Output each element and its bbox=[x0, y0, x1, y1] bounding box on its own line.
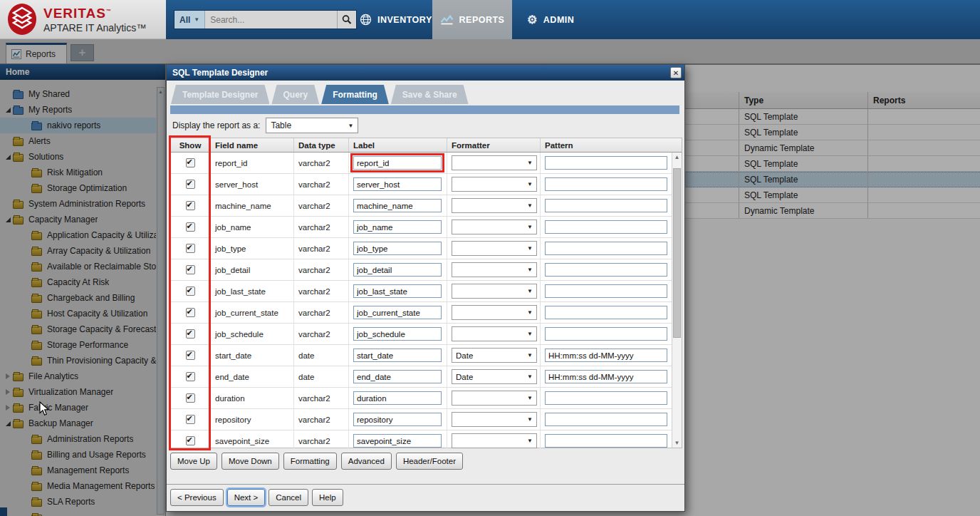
pattern-input[interactable] bbox=[545, 220, 667, 234]
formatter-select[interactable]: ▼ bbox=[452, 198, 537, 213]
collapse-toggle-icon[interactable] bbox=[3, 155, 13, 160]
collapse-toggle-icon[interactable] bbox=[3, 421, 13, 426]
tab-formatting[interactable]: Formatting bbox=[321, 85, 389, 104]
show-checkbox[interactable] bbox=[186, 372, 195, 381]
collapse-toggle-icon[interactable] bbox=[3, 217, 13, 222]
previous-button[interactable]: < Previous bbox=[170, 489, 224, 506]
expand-toggle-icon[interactable] bbox=[3, 373, 13, 379]
pattern-input[interactable] bbox=[545, 284, 667, 298]
sidebar-item[interactable]: Management Reports bbox=[0, 463, 156, 478]
sidebar-item[interactable]: Risk Mitigation bbox=[0, 165, 156, 180]
sidebar-item[interactable]: My Reports bbox=[0, 102, 156, 118]
label-input[interactable] bbox=[353, 242, 442, 255]
nav-item-inventory[interactable]: INVENTORY bbox=[360, 0, 432, 39]
formatter-select[interactable]: ▼ bbox=[452, 433, 537, 448]
show-checkbox[interactable] bbox=[186, 415, 195, 424]
sidebar-item[interactable]: File Analytics bbox=[0, 368, 156, 384]
label-input[interactable] bbox=[353, 156, 442, 170]
show-checkbox[interactable] bbox=[186, 201, 195, 210]
formatter-select[interactable]: ▼ bbox=[452, 326, 537, 341]
formatter-select[interactable]: ▼ bbox=[452, 155, 537, 170]
sidebar-item[interactable]: Solutions bbox=[0, 149, 156, 165]
show-checkbox[interactable] bbox=[186, 158, 195, 167]
formatting-button[interactable]: Formatting bbox=[283, 453, 337, 470]
pattern-input[interactable] bbox=[545, 413, 667, 426]
label-input[interactable] bbox=[353, 263, 442, 277]
formatter-select[interactable]: Date▼ bbox=[452, 348, 537, 363]
nav-item-admin[interactable]: ⚙ ADMIN bbox=[527, 0, 574, 39]
label-input[interactable] bbox=[353, 349, 442, 362]
show-checkbox[interactable] bbox=[186, 351, 195, 360]
show-checkbox[interactable] bbox=[186, 222, 195, 232]
pattern-input[interactable] bbox=[545, 156, 667, 170]
sidebar-item[interactable]: Administration Reports bbox=[0, 431, 156, 447]
close-button[interactable]: ✕ bbox=[670, 67, 682, 78]
label-input[interactable] bbox=[353, 177, 442, 191]
tab-reports[interactable]: Reports bbox=[6, 43, 67, 63]
pattern-input[interactable] bbox=[545, 391, 667, 405]
nav-item-reports[interactable]: REPORTS bbox=[432, 0, 512, 39]
sidebar-item[interactable]: SLA Reports bbox=[0, 494, 156, 510]
next-button[interactable]: Next > bbox=[227, 489, 266, 506]
formatter-select[interactable]: ▼ bbox=[452, 262, 537, 277]
move-up-button[interactable]: Move Up bbox=[170, 453, 217, 470]
sidebar-item[interactable]: Application Capacity & Utilization bbox=[0, 227, 156, 243]
sidebar-item[interactable]: Virtualization Manager bbox=[0, 384, 156, 400]
header-footer-button[interactable]: Header/Footer bbox=[396, 453, 463, 470]
label-input[interactable] bbox=[353, 370, 442, 383]
formatter-select[interactable]: ▼ bbox=[452, 391, 537, 406]
formatter-select[interactable]: ▼ bbox=[452, 220, 537, 234]
help-button[interactable]: Help bbox=[312, 489, 343, 506]
show-checkbox[interactable] bbox=[186, 393, 195, 403]
sidebar-item[interactable]: Storage Performance bbox=[0, 337, 156, 353]
pattern-input[interactable] bbox=[545, 177, 667, 191]
sidebar-item[interactable]: Storage Capacity & Forecast bbox=[0, 321, 156, 337]
grid-scrollbar[interactable]: ▲ ▼ bbox=[672, 153, 682, 448]
label-input[interactable] bbox=[353, 434, 442, 448]
sidebar-item[interactable]: Media Management Reports bbox=[0, 478, 156, 494]
pattern-input[interactable] bbox=[545, 242, 667, 255]
sidebar-item[interactable]: Fabric Manager bbox=[0, 400, 156, 416]
formatter-select[interactable]: ▼ bbox=[452, 177, 537, 192]
sidebar-item[interactable]: System Administration Reports bbox=[0, 196, 156, 212]
pattern-input[interactable] bbox=[545, 349, 667, 362]
pattern-input[interactable] bbox=[545, 327, 667, 341]
expand-toggle-icon[interactable] bbox=[3, 405, 13, 411]
sidebar-scrollbar[interactable]: ▲ bbox=[157, 87, 165, 515]
show-checkbox[interactable] bbox=[186, 180, 195, 189]
sidebar-item[interactable]: Capacity Manager bbox=[0, 212, 156, 227]
pattern-input[interactable] bbox=[545, 434, 667, 448]
label-input[interactable] bbox=[353, 327, 442, 341]
show-checkbox[interactable] bbox=[186, 287, 195, 296]
scrollbar-thumb[interactable] bbox=[673, 168, 681, 338]
sidebar-item[interactable]: Chargeback and Billing bbox=[0, 290, 156, 306]
formatter-select[interactable]: ▼ bbox=[452, 284, 537, 299]
search-input[interactable] bbox=[205, 11, 337, 29]
show-checkbox[interactable] bbox=[186, 329, 195, 339]
sidebar-item[interactable]: Alerts bbox=[0, 133, 156, 149]
sidebar-item[interactable]: nakivo reports bbox=[0, 118, 156, 133]
search-button[interactable] bbox=[337, 11, 356, 29]
pattern-input[interactable] bbox=[545, 199, 667, 212]
expand-toggle-icon[interactable] bbox=[3, 389, 13, 395]
sidebar-item[interactable]: Storage Optimization bbox=[0, 180, 156, 196]
move-down-button[interactable]: Move Down bbox=[221, 453, 279, 470]
label-input[interactable] bbox=[353, 220, 442, 234]
search-scope-button[interactable]: All▼ bbox=[174, 11, 205, 29]
show-checkbox[interactable] bbox=[186, 308, 195, 317]
sidebar-item[interactable]: Host Capacity & Utilization bbox=[0, 306, 156, 321]
formatter-select[interactable]: ▼ bbox=[452, 305, 537, 320]
formatter-select[interactable]: ▼ bbox=[452, 412, 537, 427]
sidebar-item[interactable]: Available or Reclaimable Storage bbox=[0, 259, 156, 274]
new-tab-button[interactable]: + bbox=[71, 44, 94, 61]
collapse-toggle-icon[interactable] bbox=[3, 108, 13, 113]
cancel-button[interactable]: Cancel bbox=[269, 489, 308, 506]
show-checkbox[interactable] bbox=[186, 436, 195, 445]
show-checkbox[interactable] bbox=[186, 265, 195, 274]
label-input[interactable] bbox=[353, 284, 442, 298]
formatter-select[interactable]: Date▼ bbox=[452, 369, 537, 384]
sidebar-item[interactable]: Thin Provisioning Capacity & Utiliz bbox=[0, 353, 156, 368]
advanced-button[interactable]: Advanced bbox=[341, 453, 392, 470]
tab-query[interactable]: Query bbox=[271, 85, 319, 104]
tab-save-share[interactable]: Save & Share bbox=[391, 85, 469, 104]
